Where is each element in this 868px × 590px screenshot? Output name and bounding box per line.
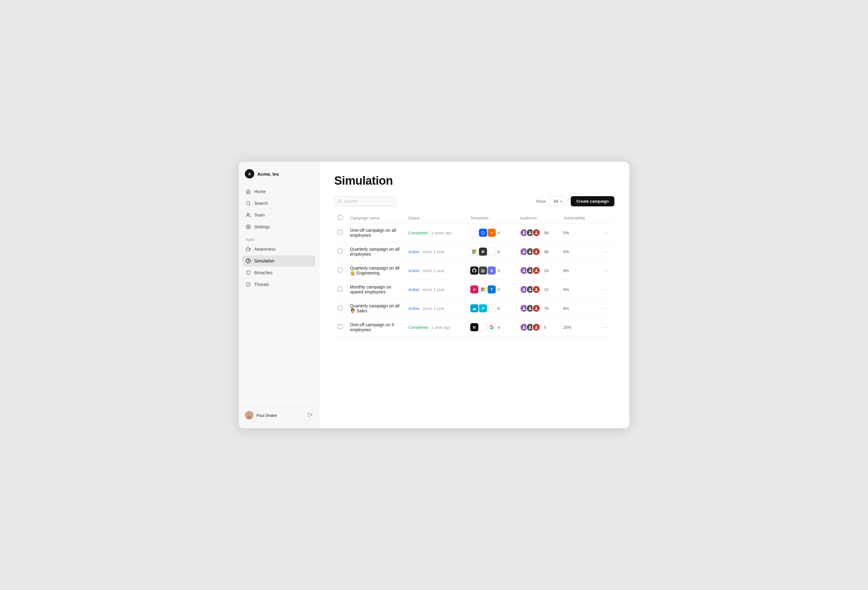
status-label: Completed [408,325,428,330]
status-label: Active [408,287,419,292]
team-icon [245,212,251,218]
row-more-button[interactable]: ··· [601,266,611,275]
threats-icon [245,282,251,287]
select-all-checkbox[interactable] [338,215,342,220]
audience-avatars [520,229,540,237]
search-label: Search [254,201,268,206]
brand-avatar: A [245,169,254,178]
dropbox-template-icon: ⬡ [479,229,487,237]
template-icons: ☁↗9 [470,304,512,312]
row-checkbox[interactable] [338,268,342,272]
svg-point-28 [536,269,537,270]
search-input[interactable] [334,196,396,206]
brand-name: Acme, Inc [257,171,279,177]
show-select[interactable]: All [550,196,567,206]
audience-count: 98 [544,230,548,235]
logout-icon[interactable] [307,412,313,419]
settings-label: Settings [254,224,270,229]
svg-point-11 [248,413,251,416]
simulation-label: Simulation [254,258,275,263]
sort-arrow-icon: ↓ [422,216,424,220]
create-campaign-button[interactable]: Create campaign [571,196,614,206]
template-count: 3 [497,268,500,273]
audience-avatar [532,267,540,274]
vulnerability-value: 20% [563,325,571,330]
sidebar-item-settings[interactable]: Settings [242,221,315,232]
audience-avatars [520,267,540,274]
awareness-label: Awareness [254,247,276,252]
status-detail: · since 1 year [420,268,444,273]
sidebar-main-nav: Home Search Team Settings [239,186,319,232]
team-label: Team [254,212,265,218]
settings-icon [245,224,251,230]
audience-avatar [532,304,540,312]
svg-point-23 [523,250,525,252]
row-checkbox[interactable] [338,324,342,329]
sidebar-apps-nav: Awareness Simulation Breaches Threats [239,243,319,290]
table-row: Quarterly campaign on all 🧑‍💼 Sales Acti… [334,299,614,318]
audience-avatar [532,248,540,256]
sidebar-item-home[interactable]: Home [242,186,315,197]
campaign-name: Quarterly campaign on all 👷 Engineering [346,261,404,280]
audience-cell: 98 [520,248,556,256]
template-count: 4 [497,287,500,292]
audience-cell: 12 [520,285,556,294]
svg-rect-22 [474,252,476,254]
sidebar-item-simulation[interactable]: Simulation [242,255,315,267]
salesforce2-template-icon: ↗ [479,304,487,312]
sidebar-item-awareness[interactable]: Awareness [242,243,315,255]
row-checkbox[interactable] [338,287,342,291]
breaches-label: Breaches [254,270,273,275]
audience-count: 78 [544,306,548,311]
microsoft2-template-icon [479,285,487,294]
toolbar-right: Show All Create campaign [536,196,614,206]
status-label: Completed [408,230,428,235]
row-checkbox[interactable] [338,305,342,310]
campaign-status: Active · since 1 year [408,287,463,292]
microsoft-template-icon [470,248,478,256]
campaign-name: Monthly campaign on spared employees [346,280,404,299]
table-row: Quarterly campaign on all 👷 Engineering … [334,261,614,280]
salesforce-template-icon: ☁ [470,304,478,312]
campaign-status: Completed · 1 year ago [408,325,463,330]
campaign-status: Active · since 1 year [408,249,463,254]
svg-point-35 [536,288,537,289]
row-more-button[interactable]: ··· [601,229,611,237]
table-row: One-off campaign on 5 employees Complete… [334,318,614,337]
audience-avatars [520,304,540,312]
page-title: Simulation [334,174,614,187]
svg-point-33 [523,288,525,289]
row-checkbox[interactable] [338,249,342,254]
audience-avatar [532,285,540,294]
template-icons: #T4 [470,285,512,294]
status-label: Active [408,268,419,273]
row-more-button[interactable]: ··· [601,304,611,313]
app-window: A Acme, Inc Home Search Team [239,162,629,428]
sidebar-item-search[interactable]: Search [242,198,315,209]
row-checkbox[interactable] [338,230,342,235]
audience-cell: 24 [520,267,556,274]
sidebar-item-threats[interactable]: Threats [242,279,315,290]
row-more-button[interactable]: ··· [601,323,611,332]
vulnerability-value: 5% [563,249,569,254]
sidebar-item-team[interactable]: Team [242,209,315,221]
svg-point-38 [536,307,537,308]
campaign-status: Completed · 1 week ago [408,230,463,235]
sidebar-item-breaches[interactable]: Breaches [242,267,315,278]
svg-point-39 [523,326,525,327]
campaigns-table: Campaign name Status ↓ Templates Audienc… [334,212,614,337]
audience-avatars [520,285,540,294]
row-more-button[interactable]: ··· [601,247,611,256]
user-info: Paul Snake [245,411,277,420]
search-nav-icon [245,201,251,206]
svg-point-26 [523,269,525,270]
audience-count: 12 [544,287,548,292]
template-icons: ⬡+4 [470,229,512,237]
audience-avatar [532,229,540,237]
show-value: All [554,199,558,204]
user-name: Paul Snake [256,413,277,418]
svg-rect-29 [481,288,483,289]
google-template-icon [470,229,478,237]
row-more-button[interactable]: ··· [601,285,611,294]
campaign-status: Active · since 1 year [408,268,463,273]
